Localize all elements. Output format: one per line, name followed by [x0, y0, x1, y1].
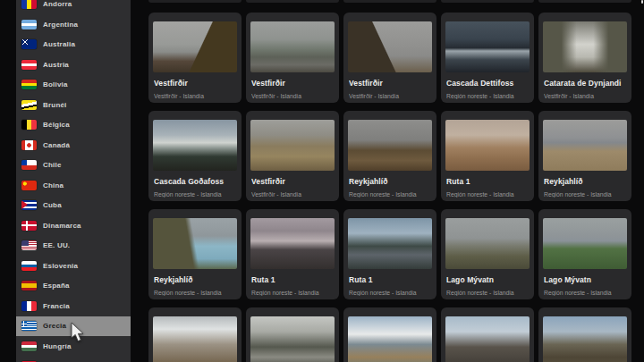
scrolled-card-row-remnant: [148, 0, 644, 3]
country-flag-icon: [21, 281, 37, 290]
sidebar-item-country[interactable]: [16, 357, 131, 362]
card-subtitle: Región noreste - Islandia: [446, 191, 529, 198]
card-subtitle: Vestfirðir - Islandia: [251, 191, 334, 198]
card-title: Reykjahlíð: [544, 177, 626, 186]
card-thumbnail: [250, 21, 335, 72]
card-thumbnail: [348, 120, 432, 171]
card-subtitle: Región noreste - Islandia: [446, 290, 529, 296]
photo-card[interactable]: Lago Mývatn Región noreste - Islandia: [538, 209, 631, 299]
card-subtitle: Vestfirðir - Islandia: [154, 93, 236, 99]
sidebar-item-country[interactable]: Canadá: [16, 135, 131, 156]
photo-card[interactable]: [441, 307, 534, 362]
card-sliver: [343, 0, 436, 3]
country-label: China: [43, 181, 64, 189]
sidebar-item-country[interactable]: Austria: [16, 55, 131, 75]
sidebar-item-country[interactable]: Bolivia: [16, 75, 131, 96]
photo-card[interactable]: Ruta 1 Región noreste - Islandia: [246, 209, 339, 299]
card-thumbnail: [348, 316, 432, 362]
photo-grid-row: [148, 307, 644, 362]
photo-card[interactable]: Vestfirðir Vestfirðir - Islandia: [246, 111, 339, 201]
card-title: Ruta 1: [446, 177, 529, 186]
country-flag-icon: [21, 80, 37, 89]
photo-card[interactable]: [246, 307, 339, 362]
photo-card[interactable]: Reykjahlíð Región noreste - Islandia: [538, 111, 631, 201]
photo-card[interactable]: Ruta 1 Región noreste - Islandia: [441, 111, 534, 201]
card-subtitle: Región noreste - Islandia: [154, 290, 236, 296]
card-thumbnail: [543, 218, 627, 269]
card-sliver: [441, 0, 534, 3]
sidebar-item-country[interactable]: Cuba: [16, 196, 131, 216]
sidebar-item-country[interactable]: Australia: [16, 35, 131, 55]
country-label: Dinamarca: [43, 222, 81, 230]
photo-card[interactable]: Reykjahlíð Región noreste - Islandia: [343, 111, 436, 201]
scrollbar-thumb[interactable]: [641, 0, 643, 4]
photo-card[interactable]: [538, 307, 631, 362]
country-flag-icon: [21, 341, 37, 351]
photo-card[interactable]: Cascada Goðafoss Región noreste - Island…: [148, 111, 242, 201]
card-sliver: [148, 0, 242, 3]
sidebar-item-country[interactable]: Andorra: [16, 0, 131, 14]
sidebar-item-country[interactable]: Argentina: [16, 14, 131, 35]
photo-card[interactable]: Lago Mývatn Región noreste - Islandia: [441, 209, 534, 299]
sidebar-item-country[interactable]: Grecia: [16, 316, 131, 337]
sidebar-item-country[interactable]: Francia: [16, 296, 131, 316]
photo-card[interactable]: Ruta 1 Región noreste - Islandia: [343, 209, 436, 299]
sidebar-item-country[interactable]: Brunéi: [16, 95, 131, 115]
country-label: Canadá: [43, 141, 70, 149]
country-label: Andorra: [43, 0, 72, 8]
photo-card[interactable]: Catarata de Dynjandi Vestfirðir - Island…: [538, 13, 631, 103]
card-thumbnail: [445, 120, 530, 171]
sidebar-item-country[interactable]: España: [16, 276, 131, 297]
card-thumbnail: [153, 316, 237, 362]
country-flag-icon: [21, 20, 37, 29]
photo-grid-row: Vestfirðir Vestfirðir - Islandia Vestfir…: [148, 13, 644, 103]
card-title: Cascada Dettifoss: [446, 79, 529, 88]
card-thumbnail: [250, 316, 335, 362]
photo-card[interactable]: [148, 307, 242, 362]
card-title: Vestfirðir: [349, 79, 431, 88]
country-flag-icon: [21, 261, 37, 271]
country-label: Hungría: [43, 342, 72, 350]
card-sliver: [246, 0, 339, 3]
country-flag-icon: [21, 221, 37, 231]
country-label: Australia: [43, 40, 75, 48]
card-subtitle: Vestfirðir - Islandia: [544, 93, 626, 99]
card-title: Lago Mývatn: [544, 275, 626, 284]
photo-card[interactable]: Reykjahlíð Región noreste - Islandia: [148, 209, 242, 299]
country-flag-icon: [21, 321, 37, 331]
country-label: Eslovenia: [43, 262, 78, 270]
card-thumbnail: [250, 120, 335, 171]
card-title: Catarata de Dynjandi: [544, 79, 626, 88]
photo-card[interactable]: Vestfirðir Vestfirðir - Islandia: [343, 13, 436, 103]
sidebar-item-country[interactable]: Bélgica: [16, 115, 131, 136]
sidebar-item-country[interactable]: Eslovenia: [16, 256, 131, 276]
photo-card[interactable]: Vestfirðir Vestfirðir - Islandia: [246, 13, 339, 103]
card-thumbnail: [153, 218, 237, 269]
photo-card[interactable]: Vestfirðir Vestfirðir - Islandia: [148, 13, 242, 103]
photo-grid: Vestfirðir Vestfirðir - Islandia Vestfir…: [148, 13, 644, 362]
card-thumbnail: [543, 21, 627, 72]
card-title: Cascada Goðafoss: [154, 177, 236, 186]
photo-card[interactable]: [343, 307, 436, 362]
card-thumbnail: [445, 316, 530, 362]
sidebar-item-country[interactable]: Hungría: [16, 336, 131, 357]
country-flag-icon: [21, 100, 37, 110]
sidebar-item-country[interactable]: China: [16, 175, 131, 196]
photo-grid-row: Reykjahlíð Región noreste - Islandia Rut…: [148, 209, 644, 299]
card-thumbnail: [445, 21, 530, 72]
card-title: Vestfirðir: [251, 79, 334, 88]
card-title: Ruta 1: [251, 275, 334, 284]
card-subtitle: Región noreste - Islandia: [251, 290, 334, 296]
card-subtitle: Región noreste - Islandia: [154, 191, 236, 198]
sidebar-item-country[interactable]: Dinamarca: [16, 215, 131, 236]
card-subtitle: Región noreste - Islandia: [349, 290, 431, 296]
card-thumbnail: [543, 120, 627, 171]
country-flag-icon: [21, 181, 37, 190]
country-label: Austria: [43, 61, 69, 69]
sidebar-item-country[interactable]: EE. UU.: [16, 236, 131, 257]
country-flag-icon: [21, 200, 37, 210]
country-label: Francia: [43, 302, 70, 310]
photo-card[interactable]: Cascada Dettifoss Región noreste - Islan…: [441, 13, 534, 103]
country-label: Bélgica: [43, 121, 70, 129]
sidebar-item-country[interactable]: Chile: [16, 156, 131, 176]
